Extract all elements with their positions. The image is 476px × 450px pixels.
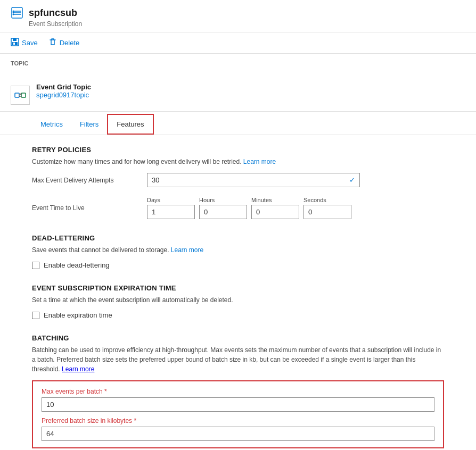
save-label: Save [22,39,38,47]
batching-desc: Batching can be used to improve efficien… [32,345,444,374]
seconds-label: Seconds [303,197,351,203]
dead-lettering-checkbox[interactable] [32,262,39,269]
max-events-label: Max events per batch * [42,388,434,395]
hours-label: Hours [199,197,247,203]
minutes-label: Minutes [251,197,299,203]
max-events-required-mark: * [104,388,107,395]
page-subtitle: Event Subscription [29,20,465,28]
delete-label: Delete [60,39,80,47]
batch-size-required-mark: * [134,417,136,424]
svg-rect-7 [13,43,15,45]
save-button[interactable]: Save [11,36,38,50]
dead-lettering-title: DEAD-LETTERING [32,234,444,242]
delete-button[interactable]: Delete [48,36,80,50]
event-time-label: Event Time to Live [32,194,138,212]
topic-icon [11,86,30,105]
expiration-desc: Set a time at which the event subscripti… [32,295,444,305]
svg-rect-9 [21,93,26,97]
topic-label: TOPIC [11,60,28,66]
dead-lettering-desc-text: Save events that cannot be delivered to … [32,246,171,254]
page-title: spfuncsub [29,7,77,19]
retry-desc-text: Customize how many times and for how lon… [32,158,243,165]
app-icon [11,6,23,19]
expiration-checkbox-row: Enable expiration time [32,311,444,319]
seconds-input[interactable] [303,205,351,219]
batch-size-input[interactable] [42,427,434,441]
dead-lettering-checkbox-row: Enable dead-lettering [32,261,444,269]
expiration-checkbox-label: Enable expiration time [44,311,112,319]
save-icon [11,38,19,48]
svg-rect-5 [13,38,17,41]
event-time-row: Event Time to Live Days Hours Minutes [32,194,444,219]
svg-point-1 [13,11,14,12]
minutes-input[interactable] [251,205,299,219]
dead-lettering-checkbox-label: Enable dead-lettering [44,261,110,269]
topic-type: Event Grid Topic [36,83,91,91]
dead-lettering-desc: Save events that cannot be delivered to … [32,245,444,255]
seconds-field-group: Seconds [303,197,351,219]
days-input[interactable] [147,205,195,219]
hours-field-group: Hours [199,197,247,219]
max-delivery-select[interactable]: 30 ✓ [147,173,360,187]
dead-lettering-learn-more-link[interactable]: Learn more [171,246,203,254]
tab-features[interactable]: Features [107,114,153,135]
batching-section: BATCHING Batching can be used to improve… [32,334,444,448]
days-field-group: Days [147,197,195,219]
tab-metrics[interactable]: Metrics [32,114,71,135]
svg-point-2 [13,12,14,14]
max-delivery-row: Max Event Delivery Attempts 30 ✓ [32,173,444,187]
batch-size-label: Preferred batch size in kilobytes * [42,417,434,424]
batching-fields-container: Max events per batch * Preferred batch s… [32,380,444,448]
expiration-title: EVENT SUBSCRIPTION EXPIRATION TIME [32,284,444,292]
expiration-section: EVENT SUBSCRIPTION EXPIRATION TIME Set a… [32,284,444,319]
max-events-field: Max events per batch * [42,388,434,412]
retry-policies-desc: Customize how many times and for how lon… [32,157,444,166]
max-delivery-label: Max Event Delivery Attempts [32,177,138,184]
batching-learn-more-link[interactable]: Learn more [62,365,94,373]
dead-lettering-section: DEAD-LETTERING Save events that cannot b… [32,234,444,269]
retry-policies-title: RETRY POLICIES [32,146,444,154]
expiration-checkbox[interactable] [32,312,39,319]
batching-title: BATCHING [32,334,444,342]
max-events-input[interactable] [42,397,434,412]
topic-link[interactable]: spegrid0917topic [36,91,89,99]
svg-rect-8 [15,93,19,97]
hours-input[interactable] [199,205,247,219]
days-label: Days [147,197,195,203]
svg-point-3 [13,14,14,15]
max-delivery-value: 30 [152,176,159,184]
tab-filters[interactable]: Filters [71,114,107,135]
checkmark-icon: ✓ [349,176,355,184]
batch-size-field: Preferred batch size in kilobytes * [42,417,434,441]
retry-policies-section: RETRY POLICIES Customize how many times … [32,146,444,219]
retry-learn-more-link[interactable]: Learn more [243,158,276,165]
delete-icon [48,38,57,48]
minutes-field-group: Minutes [251,197,299,219]
